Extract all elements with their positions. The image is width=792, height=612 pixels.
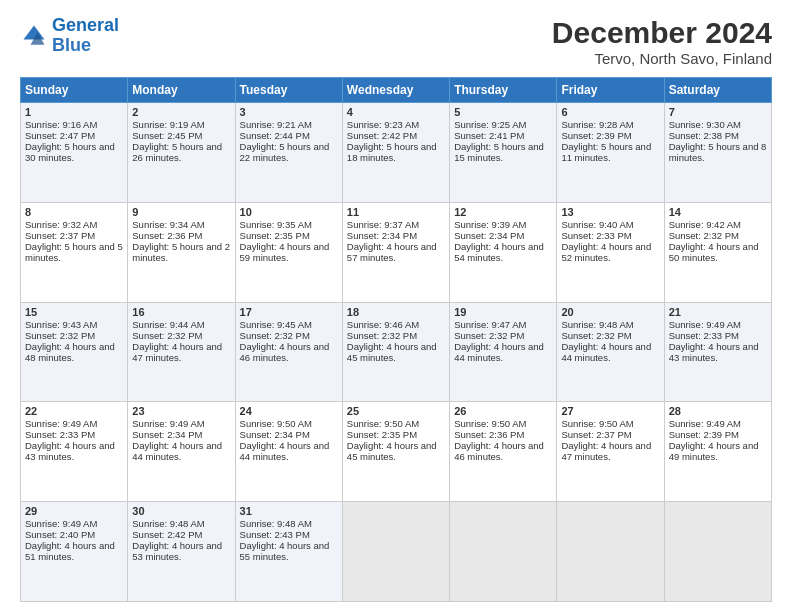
calendar-cell — [450, 502, 557, 602]
header-tuesday: Tuesday — [235, 78, 342, 103]
calendar-cell: 7Sunrise: 9:30 AMSunset: 2:38 PMDaylight… — [664, 103, 771, 203]
calendar-cell: 2Sunrise: 9:19 AMSunset: 2:45 PMDaylight… — [128, 103, 235, 203]
calendar-cell: 10Sunrise: 9:35 AMSunset: 2:35 PMDayligh… — [235, 202, 342, 302]
day-number: 6 — [561, 106, 659, 118]
calendar-week-1: 1Sunrise: 9:16 AMSunset: 2:47 PMDaylight… — [21, 103, 772, 203]
day-number: 16 — [132, 306, 230, 318]
day-number: 8 — [25, 206, 123, 218]
day-number: 4 — [347, 106, 445, 118]
day-number: 20 — [561, 306, 659, 318]
day-number: 11 — [347, 206, 445, 218]
day-number: 24 — [240, 405, 338, 417]
calendar-body: 1Sunrise: 9:16 AMSunset: 2:47 PMDaylight… — [21, 103, 772, 602]
day-number: 25 — [347, 405, 445, 417]
day-number: 23 — [132, 405, 230, 417]
header-saturday: Saturday — [664, 78, 771, 103]
calendar-cell: 15Sunrise: 9:43 AMSunset: 2:32 PMDayligh… — [21, 302, 128, 402]
logo-text: General Blue — [52, 16, 119, 56]
calendar-week-5: 29Sunrise: 9:49 AMSunset: 2:40 PMDayligh… — [21, 502, 772, 602]
day-number: 9 — [132, 206, 230, 218]
calendar-cell: 8Sunrise: 9:32 AMSunset: 2:37 PMDaylight… — [21, 202, 128, 302]
day-number: 12 — [454, 206, 552, 218]
calendar-cell: 26Sunrise: 9:50 AMSunset: 2:36 PMDayligh… — [450, 402, 557, 502]
calendar-cell: 28Sunrise: 9:49 AMSunset: 2:39 PMDayligh… — [664, 402, 771, 502]
calendar-cell: 18Sunrise: 9:46 AMSunset: 2:32 PMDayligh… — [342, 302, 449, 402]
day-number: 29 — [25, 505, 123, 517]
day-number: 28 — [669, 405, 767, 417]
logo: General Blue — [20, 16, 119, 56]
day-number: 31 — [240, 505, 338, 517]
calendar-cell — [664, 502, 771, 602]
header-wednesday: Wednesday — [342, 78, 449, 103]
calendar-cell: 27Sunrise: 9:50 AMSunset: 2:37 PMDayligh… — [557, 402, 664, 502]
calendar-cell: 5Sunrise: 9:25 AMSunset: 2:41 PMDaylight… — [450, 103, 557, 203]
day-number: 2 — [132, 106, 230, 118]
logo-line1: General — [52, 15, 119, 35]
calendar-week-2: 8Sunrise: 9:32 AMSunset: 2:37 PMDaylight… — [21, 202, 772, 302]
title-block: December 2024 Tervo, North Savo, Finland — [552, 16, 772, 67]
calendar-week-3: 15Sunrise: 9:43 AMSunset: 2:32 PMDayligh… — [21, 302, 772, 402]
calendar-cell: 31Sunrise: 9:48 AMSunset: 2:43 PMDayligh… — [235, 502, 342, 602]
calendar-title: December 2024 — [552, 16, 772, 50]
calendar-cell: 20Sunrise: 9:48 AMSunset: 2:32 PMDayligh… — [557, 302, 664, 402]
calendar-cell: 11Sunrise: 9:37 AMSunset: 2:34 PMDayligh… — [342, 202, 449, 302]
day-number: 7 — [669, 106, 767, 118]
day-number: 26 — [454, 405, 552, 417]
day-number: 17 — [240, 306, 338, 318]
calendar-cell: 6Sunrise: 9:28 AMSunset: 2:39 PMDaylight… — [557, 103, 664, 203]
calendar-cell: 1Sunrise: 9:16 AMSunset: 2:47 PMDaylight… — [21, 103, 128, 203]
calendar-cell: 22Sunrise: 9:49 AMSunset: 2:33 PMDayligh… — [21, 402, 128, 502]
header-friday: Friday — [557, 78, 664, 103]
calendar-cell — [342, 502, 449, 602]
logo-icon — [20, 22, 48, 50]
svg-marker-0 — [24, 25, 45, 39]
header-thursday: Thursday — [450, 78, 557, 103]
calendar-subtitle: Tervo, North Savo, Finland — [552, 50, 772, 67]
page: General Blue December 2024 Tervo, North … — [0, 0, 792, 612]
calendar-cell: 23Sunrise: 9:49 AMSunset: 2:34 PMDayligh… — [128, 402, 235, 502]
calendar-cell: 9Sunrise: 9:34 AMSunset: 2:36 PMDaylight… — [128, 202, 235, 302]
calendar-cell: 25Sunrise: 9:50 AMSunset: 2:35 PMDayligh… — [342, 402, 449, 502]
day-number: 3 — [240, 106, 338, 118]
day-number: 21 — [669, 306, 767, 318]
calendar-header-row: Sunday Monday Tuesday Wednesday Thursday… — [21, 78, 772, 103]
day-number: 5 — [454, 106, 552, 118]
day-number: 19 — [454, 306, 552, 318]
header-monday: Monday — [128, 78, 235, 103]
calendar-cell: 24Sunrise: 9:50 AMSunset: 2:34 PMDayligh… — [235, 402, 342, 502]
day-number: 1 — [25, 106, 123, 118]
calendar-cell: 12Sunrise: 9:39 AMSunset: 2:34 PMDayligh… — [450, 202, 557, 302]
day-number: 27 — [561, 405, 659, 417]
calendar-cell: 4Sunrise: 9:23 AMSunset: 2:42 PMDaylight… — [342, 103, 449, 203]
day-number: 15 — [25, 306, 123, 318]
day-number: 14 — [669, 206, 767, 218]
calendar-cell: 21Sunrise: 9:49 AMSunset: 2:33 PMDayligh… — [664, 302, 771, 402]
day-number: 22 — [25, 405, 123, 417]
calendar-cell: 17Sunrise: 9:45 AMSunset: 2:32 PMDayligh… — [235, 302, 342, 402]
calendar-cell: 16Sunrise: 9:44 AMSunset: 2:32 PMDayligh… — [128, 302, 235, 402]
day-number: 13 — [561, 206, 659, 218]
calendar-cell: 30Sunrise: 9:48 AMSunset: 2:42 PMDayligh… — [128, 502, 235, 602]
day-number: 10 — [240, 206, 338, 218]
calendar-cell: 29Sunrise: 9:49 AMSunset: 2:40 PMDayligh… — [21, 502, 128, 602]
header-sunday: Sunday — [21, 78, 128, 103]
header: General Blue December 2024 Tervo, North … — [20, 16, 772, 67]
calendar-cell: 19Sunrise: 9:47 AMSunset: 2:32 PMDayligh… — [450, 302, 557, 402]
calendar-table: Sunday Monday Tuesday Wednesday Thursday… — [20, 77, 772, 602]
logo-line2: Blue — [52, 36, 119, 56]
calendar-cell: 3Sunrise: 9:21 AMSunset: 2:44 PMDaylight… — [235, 103, 342, 203]
day-number: 30 — [132, 505, 230, 517]
calendar-cell: 14Sunrise: 9:42 AMSunset: 2:32 PMDayligh… — [664, 202, 771, 302]
calendar-cell: 13Sunrise: 9:40 AMSunset: 2:33 PMDayligh… — [557, 202, 664, 302]
calendar-week-4: 22Sunrise: 9:49 AMSunset: 2:33 PMDayligh… — [21, 402, 772, 502]
day-number: 18 — [347, 306, 445, 318]
calendar-cell — [557, 502, 664, 602]
